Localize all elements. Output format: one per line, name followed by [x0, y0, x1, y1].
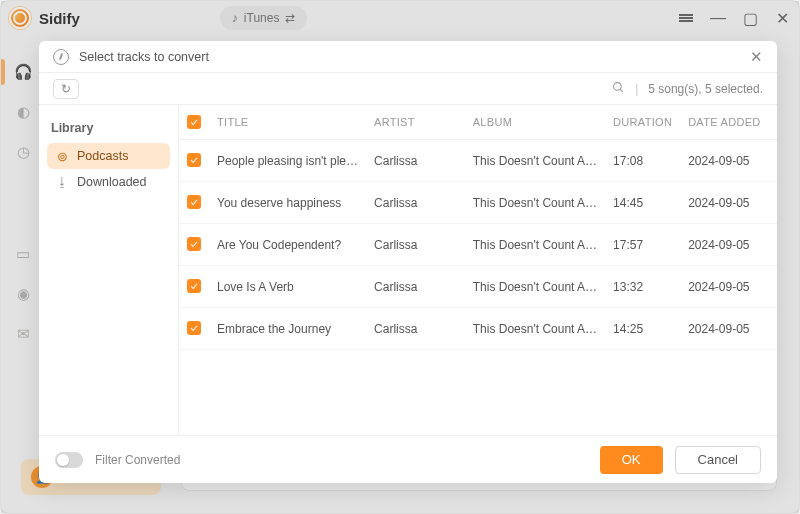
row-checkbox[interactable]	[187, 153, 201, 167]
row-checkbox[interactable]	[187, 279, 201, 293]
col-title[interactable]: TITLE	[209, 105, 366, 140]
row-checkbox[interactable]	[187, 321, 201, 335]
cell-date-added: 2024-09-05	[680, 308, 777, 350]
search-button[interactable]	[612, 81, 625, 97]
cell-duration: 17:08	[605, 140, 680, 182]
cell-album: This Doesn't Count A…	[465, 266, 605, 308]
cell-title: Are You Codependent?	[209, 224, 366, 266]
cell-duration: 14:25	[605, 308, 680, 350]
download-icon: ⭳	[55, 175, 69, 189]
cell-album: This Doesn't Count A…	[465, 224, 605, 266]
cell-album: This Doesn't Count A…	[465, 140, 605, 182]
cell-title: Embrace the Journey	[209, 308, 366, 350]
cell-date-added: 2024-09-05	[680, 140, 777, 182]
modal-body: Library ⊚ Podcasts ⭳ Downloaded TITL	[39, 105, 777, 435]
app-window: Sidify ♪ iTunes ⇄ — ▢ ✕ 🎧 ◐ ◷ ▭ ◉ ✉ 👤 Mi…	[0, 0, 800, 514]
selection-status: 5 song(s), 5 selected.	[648, 82, 763, 96]
tracks-table: TITLE ARTIST ALBUM DURATION DATE ADDED P…	[179, 105, 777, 350]
cell-duration: 14:45	[605, 182, 680, 224]
library-heading: Library	[51, 121, 166, 135]
tracks-table-wrap: TITLE ARTIST ALBUM DURATION DATE ADDED P…	[179, 105, 777, 435]
cancel-button[interactable]: Cancel	[675, 446, 761, 474]
select-all-checkbox[interactable]	[187, 115, 201, 129]
cell-album: This Doesn't Count A…	[465, 182, 605, 224]
table-row[interactable]: People pleasing isn't ple…CarlissaThis D…	[179, 140, 777, 182]
modal-header: Select tracks to convert ✕	[39, 41, 777, 73]
cell-artist: Carlissa	[366, 224, 465, 266]
library-sidebar: Library ⊚ Podcasts ⭳ Downloaded	[39, 105, 179, 435]
cell-title: You deserve happiness	[209, 182, 366, 224]
modal-footer: Filter Converted OK Cancel	[39, 435, 777, 483]
table-row[interactable]: Love Is A VerbCarlissaThis Doesn't Count…	[179, 266, 777, 308]
filter-converted-toggle[interactable]	[55, 452, 83, 468]
col-duration[interactable]: DURATION	[605, 105, 680, 140]
col-date-added[interactable]: DATE ADDED	[680, 105, 777, 140]
svg-line-1	[620, 89, 623, 92]
cell-artist: Carlissa	[366, 182, 465, 224]
cell-date-added: 2024-09-05	[680, 182, 777, 224]
row-checkbox[interactable]	[187, 237, 201, 251]
modal-title: Select tracks to convert	[79, 50, 209, 64]
sidebar-item-downloaded[interactable]: ⭳ Downloaded	[47, 169, 170, 195]
cell-title: Love Is A Verb	[209, 266, 366, 308]
table-row[interactable]: Are You Codependent?CarlissaThis Doesn't…	[179, 224, 777, 266]
cell-date-added: 2024-09-05	[680, 266, 777, 308]
sidebar-item-label: Downloaded	[77, 175, 147, 189]
refresh-icon: ↻	[61, 82, 71, 96]
table-row[interactable]: Embrace the JourneyCarlissaThis Doesn't …	[179, 308, 777, 350]
refresh-button[interactable]: ↻	[53, 79, 79, 99]
cell-artist: Carlissa	[366, 140, 465, 182]
search-icon	[612, 81, 625, 94]
cell-duration: 13:32	[605, 266, 680, 308]
modal-close-button[interactable]: ✕	[750, 48, 763, 66]
toolbar-divider: |	[635, 82, 638, 96]
cell-artist: Carlissa	[366, 266, 465, 308]
cell-artist: Carlissa	[366, 308, 465, 350]
row-checkbox[interactable]	[187, 195, 201, 209]
podcast-icon: ⊚	[55, 149, 69, 164]
table-row[interactable]: You deserve happinessCarlissaThis Doesn'…	[179, 182, 777, 224]
sidebar-item-label: Podcasts	[77, 149, 128, 163]
col-album[interactable]: ALBUM	[465, 105, 605, 140]
ok-button[interactable]: OK	[600, 446, 663, 474]
cell-duration: 17:57	[605, 224, 680, 266]
cell-title: People pleasing isn't ple…	[209, 140, 366, 182]
col-artist[interactable]: ARTIST	[366, 105, 465, 140]
svg-point-0	[614, 82, 622, 90]
cell-date-added: 2024-09-05	[680, 224, 777, 266]
sidebar-item-podcasts[interactable]: ⊚ Podcasts	[47, 143, 170, 169]
select-tracks-modal: Select tracks to convert ✕ ↻ | 5 song(s)…	[39, 41, 777, 483]
cell-album: This Doesn't Count A…	[465, 308, 605, 350]
modal-title-icon	[53, 49, 69, 65]
filter-converted-label: Filter Converted	[95, 453, 180, 467]
modal-toolbar: ↻ | 5 song(s), 5 selected.	[39, 73, 777, 105]
